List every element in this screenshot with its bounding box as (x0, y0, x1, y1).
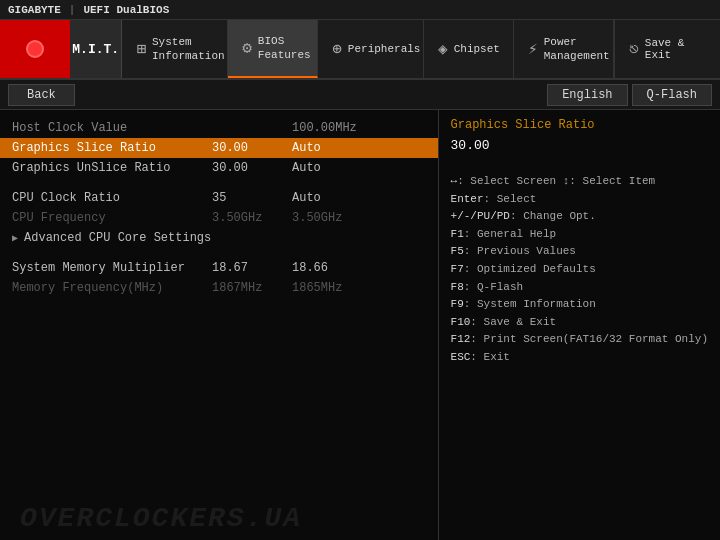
help-row: ↔: Select Screen ↕: Select Item (451, 173, 708, 191)
nav-power-line1: Power (544, 35, 610, 49)
peripherals-icon: ⊕ (332, 39, 342, 59)
table-row[interactable]: Advanced CPU Core Settings (0, 228, 438, 248)
row-val2: 3.50GHz (292, 211, 392, 225)
mit-label: M.I.T. (72, 42, 119, 57)
help-key: Enter (451, 193, 484, 205)
help-row: F9: System Information (451, 296, 708, 314)
titlebar: GIGABYTE | UEFI DualBIOS (0, 0, 720, 20)
mit-nav-item[interactable]: M.I.T. (70, 20, 122, 78)
row-label: Memory Frequency(MHz) (12, 281, 212, 295)
row-label: CPU Clock Ratio (12, 191, 212, 205)
info-value: 30.00 (451, 138, 708, 153)
save-exit-label: Save & Exit (645, 37, 706, 61)
row-val1: 30.00 (212, 161, 292, 175)
title-separator: | (69, 4, 76, 16)
nav-peripherals-label: Peripherals (348, 42, 421, 56)
help-key: +/-/PU/PD (451, 210, 510, 222)
help-desc: : Optimized Defaults (464, 263, 596, 275)
row-val1: 18.67 (212, 261, 292, 275)
row-val2: Auto (292, 191, 392, 205)
logo-area (0, 20, 70, 78)
help-row: F8: Q-Flash (451, 279, 708, 297)
product-label: UEFI DualBIOS (83, 4, 169, 16)
table-row[interactable]: System Memory Multiplier18.6718.66 (0, 258, 438, 278)
help-desc: : Change Opt. (510, 210, 596, 222)
nav-power-line2: Management (544, 49, 610, 63)
table-row[interactable]: CPU Clock Ratio35Auto (0, 188, 438, 208)
system-information-icon: ⊞ (136, 39, 146, 59)
help-desc: : Exit (470, 351, 510, 363)
row-val2: 18.66 (292, 261, 392, 275)
help-key: F7 (451, 263, 464, 275)
nav-save-exit[interactable]: ⎋ Save & Exit (614, 20, 720, 78)
help-row: F5: Previous Values (451, 243, 708, 261)
left-panel: Host Clock Value100.00MHzGraphics Slice … (0, 110, 439, 540)
nav-bios-line1: BIOS (258, 34, 311, 48)
help-desc: : Print Screen(FAT16/32 Format Only) (470, 333, 708, 345)
help-desc: : Select (484, 193, 537, 205)
brand-label: GIGABYTE (8, 4, 61, 16)
main-content: Host Clock Value100.00MHzGraphics Slice … (0, 110, 720, 540)
help-row: ESC: Exit (451, 349, 708, 367)
help-key: F9 (451, 298, 464, 310)
nav-bios-line2: Features (258, 48, 311, 62)
nav-chipset-label: Chipset (454, 42, 500, 56)
nav-peripherals[interactable]: ⊕ Peripherals (318, 20, 424, 78)
help-key: F10 (451, 316, 471, 328)
qflash-button[interactable]: Q-Flash (632, 84, 712, 106)
divider-row-7 (0, 248, 438, 258)
nav-system-line2: Information (152, 49, 225, 63)
help-key: F5 (451, 245, 464, 257)
chipset-icon: ◈ (438, 39, 448, 59)
row-val2: 1865MHz (292, 281, 392, 295)
row-label: Graphics UnSlice Ratio (12, 161, 212, 175)
save-exit-icon: ⎋ (629, 39, 639, 59)
help-desc: : System Information (464, 298, 596, 310)
row-label: Graphics Slice Ratio (12, 141, 212, 155)
help-key: ESC (451, 351, 471, 363)
help-key: F12 (451, 333, 471, 345)
help-row: F12: Print Screen(FAT16/32 Format Only) (451, 331, 708, 349)
table-row[interactable]: Host Clock Value100.00MHz (0, 118, 438, 138)
help-desc: : Q-Flash (464, 281, 523, 293)
row-label: System Memory Multiplier (12, 261, 212, 275)
info-title: Graphics Slice Ratio (451, 118, 708, 132)
nav-system-line1: System (152, 35, 225, 49)
row-val2: 100.00MHz (292, 121, 392, 135)
help-desc: : Save & Exit (470, 316, 556, 328)
nav-system-information[interactable]: ⊞ System Information (122, 20, 228, 78)
help-desc: : Previous Values (464, 245, 576, 257)
help-desc: : Select Screen ↕: Select Item (457, 175, 655, 187)
top-navigation: M.I.T. ⊞ System Information ⚙ BIOS Featu… (0, 20, 720, 80)
nav-power-management[interactable]: ⚡ Power Management (514, 20, 614, 78)
row-val1: 3.50GHz (212, 211, 292, 225)
bios-features-icon: ⚙ (242, 38, 252, 58)
row-val2: Auto (292, 161, 392, 175)
divider-row-3 (0, 178, 438, 188)
row-val1: 1867MHz (212, 281, 292, 295)
power-icon: ⚡ (528, 39, 538, 59)
nav-chipset[interactable]: ◈ Chipset (424, 20, 514, 78)
table-row[interactable]: Memory Frequency(MHz)1867MHz1865MHz (0, 278, 438, 298)
nav-bios-features[interactable]: ⚙ BIOS Features (228, 20, 318, 78)
back-button[interactable]: Back (8, 84, 75, 106)
language-button[interactable]: English (547, 84, 627, 106)
row-val1: 35 (212, 191, 292, 205)
logo-icon (26, 40, 44, 58)
help-row: F1: General Help (451, 226, 708, 244)
table-row[interactable]: Graphics UnSlice Ratio30.00Auto (0, 158, 438, 178)
row-label: Host Clock Value (12, 121, 212, 135)
row-label: Advanced CPU Core Settings (12, 231, 212, 245)
second-bar: Back English Q-Flash (0, 80, 720, 110)
help-key: F1 (451, 228, 464, 240)
row-val2: Auto (292, 141, 392, 155)
help-section: ↔: Select Screen ↕: Select ItemEnter: Se… (451, 173, 708, 367)
help-row: F10: Save & Exit (451, 314, 708, 332)
help-row: Enter: Select (451, 191, 708, 209)
help-desc: : General Help (464, 228, 556, 240)
table-row[interactable]: CPU Frequency3.50GHz3.50GHz (0, 208, 438, 228)
right-panel: Graphics Slice Ratio 30.00 ↔: Select Scr… (439, 110, 720, 540)
help-key: F8 (451, 281, 464, 293)
row-label: CPU Frequency (12, 211, 212, 225)
table-row[interactable]: Graphics Slice Ratio30.00Auto (0, 138, 438, 158)
